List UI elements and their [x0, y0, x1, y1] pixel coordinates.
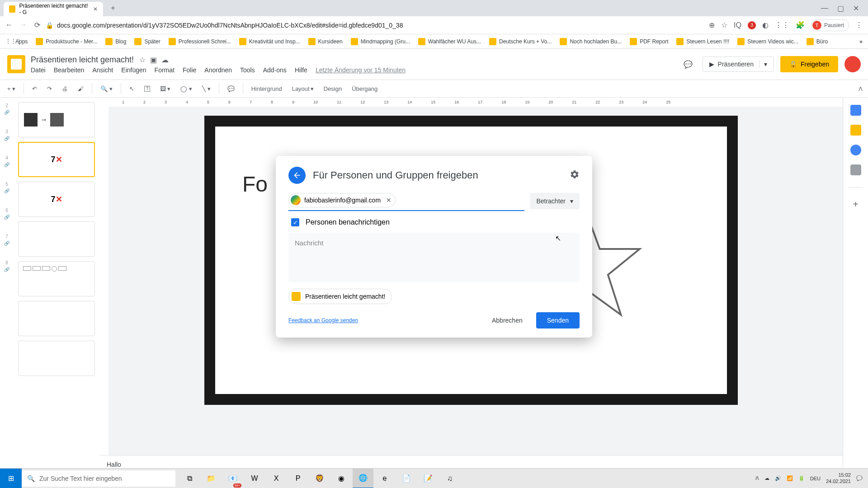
chrome-icon[interactable]: 🌐: [353, 469, 373, 488]
undo-icon[interactable]: ↶: [30, 84, 39, 94]
tray-datetime[interactable]: 15:02 24.02.2021: [826, 472, 851, 484]
menu-hilfe[interactable]: Hilfe: [295, 66, 307, 74]
bookmark-item[interactable]: PDF Report: [630, 38, 668, 45]
menu-tools[interactable]: Tools: [240, 66, 255, 74]
slide-thumbnail[interactable]: [18, 341, 95, 376]
wifi-icon[interactable]: 📶: [787, 475, 793, 481]
notify-checkbox[interactable]: ✓: [291, 218, 299, 226]
feedback-link[interactable]: Feedback an Google senden: [288, 317, 358, 324]
back-button[interactable]: [288, 167, 306, 184]
extensions-menu-icon[interactable]: 🧩: [796, 21, 805, 29]
line-icon[interactable]: ╲ ▾: [200, 84, 212, 94]
user-avatar[interactable]: [844, 56, 861, 72]
present-button[interactable]: ▶ Präsentieren ▾: [703, 56, 774, 72]
collapse-toolbar-icon[interactable]: ᐱ: [859, 85, 863, 92]
present-dropdown-icon[interactable]: ▾: [759, 61, 767, 68]
extension-icon-2[interactable]: ◐: [762, 21, 769, 29]
cancel-button[interactable]: Abbrechen: [484, 312, 531, 328]
app-icon-2[interactable]: 📄: [396, 469, 417, 488]
bookmark-item[interactable]: Kreativität und Insp...: [239, 38, 300, 45]
mail-icon[interactable]: 📧99+: [222, 469, 243, 488]
slide-thumbnail[interactable]: [18, 301, 95, 336]
bookmark-item[interactable]: Mindmapping (Gru...: [351, 38, 410, 45]
powerpoint-icon[interactable]: P: [288, 469, 308, 488]
comments-icon[interactable]: 💬: [680, 56, 696, 72]
language-indicator[interactable]: DEU: [810, 476, 821, 481]
bookmark-item[interactable]: Noch hochladen Bu...: [560, 38, 622, 45]
back-icon[interactable]: ←: [5, 21, 13, 29]
bookmark-item[interactable]: Wahlfächer WU Aus...: [418, 38, 481, 45]
bookmark-item[interactable]: Kursideen: [308, 38, 343, 45]
add-addon-icon[interactable]: +: [853, 199, 859, 210]
tray-chevron-icon[interactable]: ᐱ: [755, 475, 759, 481]
move-icon[interactable]: ▣: [150, 56, 157, 64]
browser-menu-icon[interactable]: ⋮: [855, 21, 863, 29]
calendar-icon[interactable]: [850, 105, 861, 116]
maximize-icon[interactable]: ▢: [837, 4, 844, 13]
task-view-icon[interactable]: ⧉: [179, 469, 200, 488]
slide-thumbnail[interactable]: →: [18, 102, 95, 137]
send-button[interactable]: Senden: [536, 312, 580, 328]
notepad-icon[interactable]: 📝: [418, 469, 439, 488]
forward-icon[interactable]: →: [20, 21, 27, 29]
bookmarks-overflow-icon[interactable]: »: [859, 38, 863, 45]
excel-icon[interactable]: X: [266, 469, 287, 488]
redo-icon[interactable]: ↷: [45, 84, 54, 94]
minimize-icon[interactable]: —: [821, 4, 828, 13]
gear-icon[interactable]: [570, 169, 580, 181]
edge-icon[interactable]: e: [374, 469, 395, 488]
slide-thumbnail[interactable]: 7 ✕: [18, 142, 95, 177]
bookmark-item[interactable]: Büro: [807, 38, 828, 45]
notifications-icon[interactable]: 💬: [856, 475, 863, 481]
zoom-button[interactable]: 🔍 ▾: [99, 84, 114, 94]
menu-bearbeiten[interactable]: Bearbeiten: [54, 66, 85, 74]
menu-folie[interactable]: Folie: [183, 66, 196, 74]
extension-icon[interactable]: IQ: [734, 21, 741, 29]
battery-icon[interactable]: 🔋: [798, 475, 805, 481]
start-button[interactable]: ⊞: [0, 469, 22, 488]
volume-icon[interactable]: 🔊: [775, 475, 781, 481]
bookmark-item[interactable]: Steuern Lesen !!!!: [676, 38, 729, 45]
tasks-icon[interactable]: [850, 145, 861, 155]
image-icon[interactable]: 🖼 ▾: [158, 84, 173, 94]
extension-badge[interactable]: 3: [748, 21, 756, 29]
role-dropdown[interactable]: Betrachter ▾: [530, 193, 580, 209]
layout-button[interactable]: Layout ▾: [290, 84, 316, 94]
app-icon[interactable]: 🦁: [309, 469, 330, 488]
word-icon[interactable]: W: [244, 469, 265, 488]
message-textarea[interactable]: Nachricht: [288, 233, 580, 282]
remove-chip-icon[interactable]: ✕: [386, 197, 392, 204]
browser-tab[interactable]: Präsentieren leicht gemacht! - G ✕: [4, 2, 103, 16]
design-button[interactable]: Design: [322, 84, 344, 94]
taskbar-search[interactable]: 🔍 Zur Suche Text hier eingeben: [22, 470, 175, 487]
extension-icon-3[interactable]: ⋮⋮: [775, 21, 789, 29]
select-tool-icon[interactable]: ↖: [127, 84, 136, 94]
bookmark-item[interactable]: Produktsuche - Mer...: [36, 38, 97, 45]
slides-logo[interactable]: [7, 55, 25, 73]
close-window-icon[interactable]: ✕: [853, 4, 859, 13]
spotify-icon[interactable]: ♫: [439, 469, 460, 488]
paint-format-icon[interactable]: 🖌: [76, 84, 85, 94]
star-icon[interactable]: ☆: [139, 56, 146, 64]
slide-thumbnail[interactable]: [18, 221, 95, 257]
url-field[interactable]: 🔒 docs.google.com/presentation/d/1yV372S…: [46, 22, 703, 29]
bookmark-item[interactable]: Steuern Videos wic...: [737, 38, 798, 45]
shape-icon[interactable]: ◯ ▾: [179, 84, 194, 94]
menu-addons[interactable]: Add-ons: [263, 66, 287, 74]
maps-icon[interactable]: [850, 164, 861, 175]
bookmark-apps[interactable]: ⋮⋮⋮Apps: [5, 38, 28, 45]
menu-format[interactable]: Format: [155, 66, 175, 74]
document-title[interactable]: Präsentieren leicht gemacht!: [31, 55, 134, 65]
slide-thumbnail[interactable]: 7 ✕: [18, 182, 95, 217]
menu-datei[interactable]: Datei: [31, 66, 46, 74]
tab-close-icon[interactable]: ✕: [93, 6, 98, 12]
transition-button[interactable]: Übergang: [350, 84, 379, 94]
last-edit-link[interactable]: Letzte Änderung vor 15 Minuten: [316, 66, 406, 74]
slide-thumbnail[interactable]: [18, 261, 95, 296]
textbox-icon[interactable]: 🅃: [142, 84, 152, 94]
comment-icon[interactable]: 💬: [226, 84, 236, 94]
menu-anordnen[interactable]: Anordnen: [204, 66, 232, 74]
profile-chip[interactable]: T Pausiert: [811, 19, 849, 31]
reload-icon[interactable]: ⟳: [34, 21, 40, 29]
bookmark-item[interactable]: Deutsche Kurs + Vo...: [489, 38, 552, 45]
